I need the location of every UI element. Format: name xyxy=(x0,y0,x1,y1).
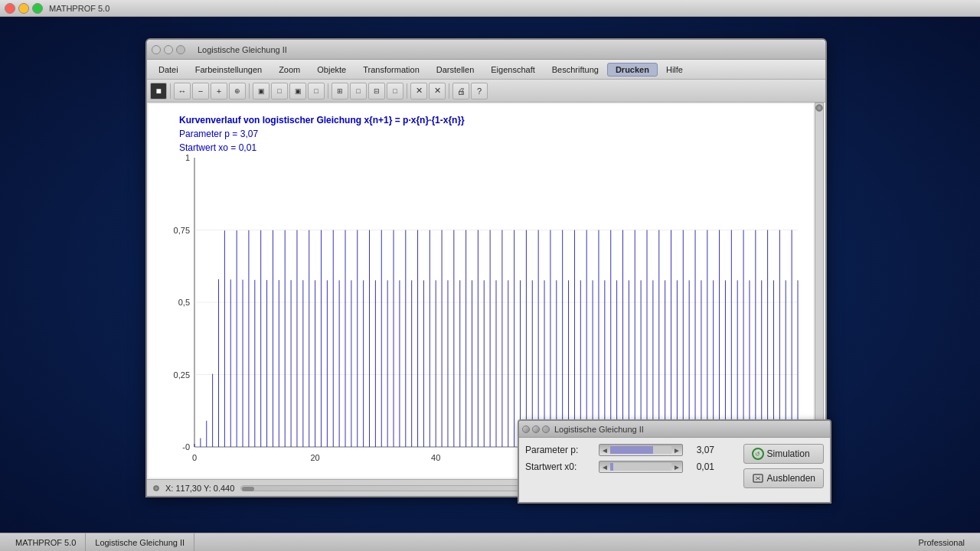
tool-zoom-in[interactable]: + xyxy=(211,83,227,99)
sim-label: Simulation xyxy=(767,448,810,459)
sw-btn2[interactable] xyxy=(532,425,540,433)
controls-area: Parameter p: ◄ ► 3,07 Startwert x0: ◄ ► xyxy=(525,444,824,488)
sub-win-controls[interactable] xyxy=(522,425,550,433)
slider-x0-left[interactable]: ◄ xyxy=(601,463,609,471)
graph-param-p: Parameter p = 3,07 xyxy=(179,129,258,139)
menu-objekte[interactable]: Objekte xyxy=(309,63,354,77)
win-minimize[interactable] xyxy=(164,45,173,54)
coord-text: X: 117,30 Y: 0.440 xyxy=(165,484,234,493)
sliders-area: Parameter p: ◄ ► 3,07 Startwert x0: ◄ ► xyxy=(525,444,736,473)
tool-b3[interactable]: ▣ xyxy=(289,83,306,99)
menu-darstellen[interactable]: Darstellen xyxy=(428,63,483,77)
tool-zoom-out[interactable]: − xyxy=(192,83,209,99)
ausblenden-label: Ausblenden xyxy=(767,473,815,484)
sep5 xyxy=(449,83,449,99)
simulation-button[interactable]: ↺ Simulation xyxy=(743,444,824,464)
close-btn[interactable] xyxy=(5,3,15,14)
param-x0-slider[interactable]: ◄ ► xyxy=(599,461,683,473)
sep1 xyxy=(170,83,171,99)
ausblenden-icon xyxy=(752,472,764,484)
slider-p-left[interactable]: ◄ xyxy=(601,446,609,455)
slider-p-right[interactable]: ► xyxy=(673,446,681,455)
tool-close2[interactable]: ✕ xyxy=(429,83,446,99)
param-p-label: Parameter p: xyxy=(525,445,594,455)
tool-b2[interactable]: □ xyxy=(271,83,288,99)
param-p-slider[interactable]: ◄ ► xyxy=(599,444,683,456)
app-title-bar: MATHPROF 5.0 xyxy=(0,0,980,17)
scroll-up-btn[interactable] xyxy=(815,104,823,112)
slider-x0-right[interactable]: ► xyxy=(673,463,681,471)
maximize-btn[interactable] xyxy=(32,3,43,14)
tool-b8[interactable]: □ xyxy=(387,83,403,99)
window-controls[interactable] xyxy=(5,3,43,14)
tool-b7[interactable]: ⊟ xyxy=(368,83,385,99)
coord-indicator xyxy=(153,485,159,491)
status-module: Logistische Gleichung II xyxy=(86,533,194,551)
menu-zoom[interactable]: Zoom xyxy=(270,63,309,77)
sep2 xyxy=(249,83,250,99)
graph-param-x0: Startwert xo = 0,01 xyxy=(179,142,256,153)
sw-btn1[interactable] xyxy=(522,425,530,433)
tool-select[interactable]: ■ xyxy=(150,83,167,99)
minimize-btn[interactable] xyxy=(18,3,29,14)
menu-hilfe[interactable]: Hilfe xyxy=(658,63,691,77)
window-controls-inner[interactable] xyxy=(152,45,185,54)
menu-drucken[interactable]: Drucken xyxy=(607,63,658,77)
status-app-text: MATHPROF 5.0 xyxy=(15,538,76,547)
menu-transformation[interactable]: Transformation xyxy=(354,63,428,77)
graph-title: Kurvenverlauf von logistischer Gleichung… xyxy=(179,115,465,126)
sw-btn3 xyxy=(542,425,550,433)
param-x0-row: Startwert x0: ◄ ► 0,01 xyxy=(525,461,736,473)
status-bar: MATHPROF 5.0 Logistische Gleichung II Pr… xyxy=(0,533,980,551)
param-x0-label: Startwert x0: xyxy=(525,461,594,472)
sub-window-title: Logistische Gleichung II xyxy=(554,425,644,434)
sub-window-body: Parameter p: ◄ ► 3,07 Startwert x0: ◄ ► xyxy=(519,438,830,494)
sep4 xyxy=(407,83,407,99)
tool-zoom-fit[interactable]: ⊕ xyxy=(229,83,246,99)
slider-p-fill xyxy=(610,446,671,454)
menu-eigenschaft[interactable]: Eigenschaft xyxy=(482,63,543,77)
toolbar: ■ ↔ − + ⊕ ▣ □ ▣ □ ⊞ □ ⊟ □ ✕ ✕ 🖨 ? xyxy=(147,80,825,103)
param-x0-value: 0,01 xyxy=(688,461,714,472)
tool-b4[interactable]: □ xyxy=(308,83,325,99)
win-close[interactable] xyxy=(152,45,161,54)
scroll-h-thumb[interactable] xyxy=(242,487,254,491)
sep3 xyxy=(328,83,328,99)
menu-farbeinstellungen[interactable]: Farbeinstellungen xyxy=(187,63,270,77)
status-app: MATHPROF 5.0 xyxy=(6,533,86,551)
status-edition-text: Professional xyxy=(918,538,965,547)
status-edition: Professional xyxy=(909,533,974,551)
tool-b5[interactable]: ⊞ xyxy=(332,83,348,99)
tool-b6[interactable]: □ xyxy=(350,83,367,99)
tool-help[interactable]: ? xyxy=(471,83,488,99)
menu-bar: Datei Farbeinstellungen Zoom Objekte Tra… xyxy=(147,60,825,80)
param-p-value: 3,07 xyxy=(688,445,714,455)
slider-x0-fill xyxy=(610,463,671,471)
window-title: Logistische Gleichung II xyxy=(198,45,287,54)
tool-print[interactable]: 🖨 xyxy=(452,83,469,99)
sub-window-titlebar: Logistische Gleichung II xyxy=(519,421,830,438)
win-circle xyxy=(176,45,185,54)
tool-b1[interactable]: ▣ xyxy=(253,83,270,99)
window-title-bar: Logistische Gleichung II xyxy=(147,40,825,60)
menu-datei[interactable]: Datei xyxy=(150,63,187,77)
side-buttons: ↺ Simulation Ausblenden xyxy=(743,444,824,488)
status-module-text: Logistische Gleichung II xyxy=(95,538,185,547)
menu-beschriftung[interactable]: Beschriftung xyxy=(544,63,607,77)
app-title: MATHPROF 5.0 xyxy=(49,4,109,13)
tool-close1[interactable]: ✕ xyxy=(410,83,427,99)
sub-window: Logistische Gleichung II Parameter p: ◄ … xyxy=(518,419,831,504)
param-p-row: Parameter p: ◄ ► 3,07 xyxy=(525,444,736,456)
tool-arrows[interactable]: ↔ xyxy=(174,83,191,99)
ausblenden-button[interactable]: Ausblenden xyxy=(743,468,824,488)
sim-icon: ↺ xyxy=(752,448,764,460)
